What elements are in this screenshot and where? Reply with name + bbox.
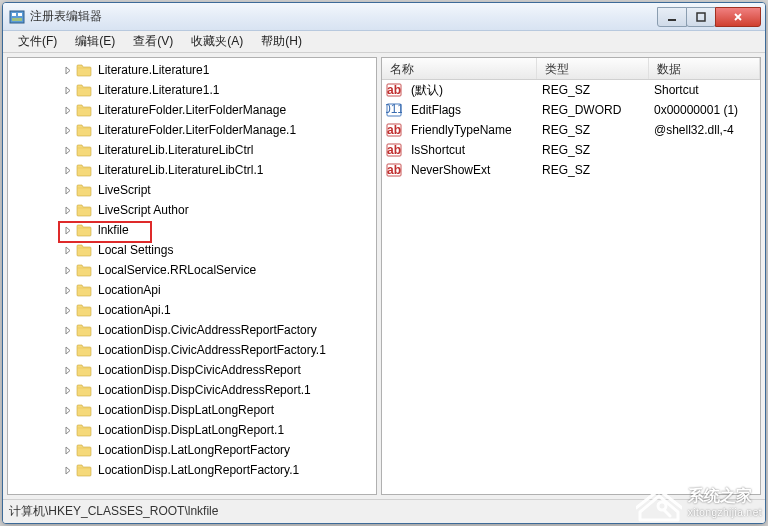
column-header-type[interactable]: 类型 <box>537 58 649 79</box>
tree-item[interactable]: LocationApi <box>8 280 376 300</box>
tree-pane[interactable]: Literature.Literature1Literature.Literat… <box>7 57 377 495</box>
value-name: EditFlags <box>405 103 536 117</box>
menu-favorites[interactable]: 收藏夹(A) <box>182 31 252 52</box>
expander-icon[interactable] <box>62 284 74 296</box>
tree-item[interactable]: lnkfile <box>8 220 376 240</box>
expander-icon[interactable] <box>62 244 74 256</box>
string-value-icon: ab <box>386 142 402 158</box>
tree-label: LiveScript <box>96 183 153 197</box>
tree-item[interactable]: LiteratureLib.LiteratureLibCtrl.1 <box>8 160 376 180</box>
folder-icon <box>76 343 92 357</box>
expander-icon[interactable] <box>62 464 74 476</box>
value-data: @shell32.dll,-4 <box>648 123 760 137</box>
tree-item[interactable]: LocationDisp.DispLatLongReport <box>8 400 376 420</box>
expander-icon[interactable] <box>62 124 74 136</box>
tree-item[interactable]: LocationDisp.CivicAddressReportFactory.1 <box>8 340 376 360</box>
tree-item[interactable]: LocationDisp.LatLongReportFactory <box>8 440 376 460</box>
tree-item[interactable]: LocationDisp.DispCivicAddressReport.1 <box>8 380 376 400</box>
value-type: REG_DWORD <box>536 103 648 117</box>
tree-label: LocationApi.1 <box>96 303 173 317</box>
close-button[interactable] <box>715 7 761 27</box>
expander-icon[interactable] <box>62 444 74 456</box>
folder-icon <box>76 143 92 157</box>
expander-icon[interactable] <box>62 104 74 116</box>
tree-item[interactable]: LocationDisp.CivicAddressReportFactory <box>8 320 376 340</box>
tree-label: LiteratureFolder.LiterFolderManage.1 <box>96 123 298 137</box>
value-name: NeverShowExt <box>405 163 536 177</box>
binary-value-icon: 011 <box>386 102 402 118</box>
svg-rect-5 <box>697 13 705 21</box>
svg-rect-1 <box>12 13 16 16</box>
content-area: Literature.Literature1Literature.Literat… <box>3 53 765 499</box>
tree-item[interactable]: LocationDisp.DispCivicAddressReport <box>8 360 376 380</box>
tree-item[interactable]: LocalService.RRLocalService <box>8 260 376 280</box>
value-row[interactable]: abNeverShowExtREG_SZ <box>382 160 760 180</box>
string-value-icon: ab <box>386 122 402 138</box>
values-pane[interactable]: 名称 类型 数据 ab(默认)REG_SZShortcut011EditFlag… <box>381 57 761 495</box>
column-header-name[interactable]: 名称 <box>382 58 537 79</box>
tree-item[interactable]: LiveScript Author <box>8 200 376 220</box>
menu-edit[interactable]: 编辑(E) <box>66 31 124 52</box>
folder-icon <box>76 203 92 217</box>
folder-icon <box>76 323 92 337</box>
value-type: REG_SZ <box>536 143 648 157</box>
tree-label: LocationDisp.DispCivicAddressReport <box>96 363 303 377</box>
value-type: REG_SZ <box>536 83 648 97</box>
expander-icon[interactable] <box>62 204 74 216</box>
expander-icon[interactable] <box>62 384 74 396</box>
expander-icon[interactable] <box>62 64 74 76</box>
value-row[interactable]: abFriendlyTypeNameREG_SZ@shell32.dll,-4 <box>382 120 760 140</box>
expander-icon[interactable] <box>62 144 74 156</box>
expander-icon[interactable] <box>62 184 74 196</box>
menu-help[interactable]: 帮助(H) <box>252 31 311 52</box>
tree-item[interactable]: LiveScript <box>8 180 376 200</box>
value-row[interactable]: 011EditFlagsREG_DWORD0x00000001 (1) <box>382 100 760 120</box>
svg-rect-3 <box>12 18 22 21</box>
folder-icon <box>76 423 92 437</box>
svg-rect-2 <box>18 13 22 16</box>
value-row[interactable]: abIsShortcutREG_SZ <box>382 140 760 160</box>
minimize-button[interactable] <box>657 7 687 27</box>
expander-icon[interactable] <box>62 344 74 356</box>
window-controls <box>658 7 761 27</box>
expander-icon[interactable] <box>62 84 74 96</box>
expander-icon[interactable] <box>62 324 74 336</box>
menu-file[interactable]: 文件(F) <box>9 31 66 52</box>
column-header-data[interactable]: 数据 <box>649 58 760 79</box>
tree-label: LocationDisp.LatLongReportFactory <box>96 443 292 457</box>
value-name: (默认) <box>405 82 536 99</box>
tree-item[interactable]: Literature.Literature1 <box>8 60 376 80</box>
value-data: 0x00000001 (1) <box>648 103 760 117</box>
expander-icon[interactable] <box>62 164 74 176</box>
string-value-icon: ab <box>386 82 402 98</box>
statusbar: 计算机\HKEY_CLASSES_ROOT\lnkfile <box>3 499 765 523</box>
tree-item[interactable]: LiteratureLib.LiteratureLibCtrl <box>8 140 376 160</box>
svg-rect-0 <box>10 11 24 23</box>
maximize-button[interactable] <box>686 7 716 27</box>
app-icon <box>9 9 25 25</box>
svg-text:ab: ab <box>387 143 401 157</box>
expander-icon[interactable] <box>62 264 74 276</box>
tree-label: LiteratureFolder.LiterFolderManage <box>96 103 288 117</box>
tree-item[interactable]: Literature.Literature1.1 <box>8 80 376 100</box>
expander-icon[interactable] <box>62 364 74 376</box>
tree-item[interactable]: LiteratureFolder.LiterFolderManage <box>8 100 376 120</box>
expander-icon[interactable] <box>62 404 74 416</box>
tree-item[interactable]: LiteratureFolder.LiterFolderManage.1 <box>8 120 376 140</box>
folder-icon <box>76 383 92 397</box>
value-row[interactable]: ab(默认)REG_SZShortcut <box>382 80 760 100</box>
list-body: ab(默认)REG_SZShortcut011EditFlagsREG_DWOR… <box>382 80 760 180</box>
tree-label: LiveScript Author <box>96 203 191 217</box>
menu-view[interactable]: 查看(V) <box>124 31 182 52</box>
folder-icon <box>76 103 92 117</box>
value-type: REG_SZ <box>536 123 648 137</box>
expander-icon[interactable] <box>62 224 74 236</box>
tree-item[interactable]: LocationApi.1 <box>8 300 376 320</box>
tree-item[interactable]: Local Settings <box>8 240 376 260</box>
expander-icon[interactable] <box>62 304 74 316</box>
tree-item[interactable]: LocationDisp.LatLongReportFactory.1 <box>8 460 376 480</box>
expander-icon[interactable] <box>62 424 74 436</box>
value-type: REG_SZ <box>536 163 648 177</box>
tree-item[interactable]: LocationDisp.DispLatLongReport.1 <box>8 420 376 440</box>
folder-icon <box>76 183 92 197</box>
